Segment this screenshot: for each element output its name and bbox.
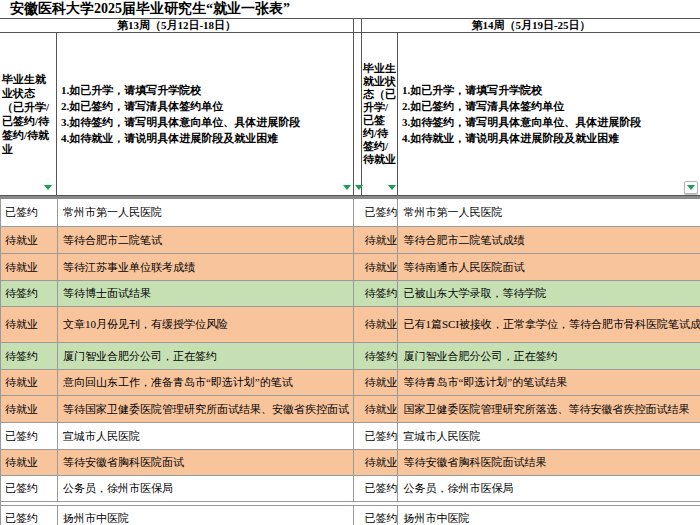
status-column-header-left[interactable]: 毕业生就业状态（已升学/已签约/待签约/待就业 bbox=[0, 33, 57, 195]
table-row: 已签约常州市第一人民医院已签约常州市第一人民医院 bbox=[1, 199, 700, 227]
table-row: 已签约宣城市人民医院已签约宣城市人民医院 bbox=[1, 423, 700, 450]
detail-cell-left[interactable]: 公务员，徐州市医保局 bbox=[58, 476, 355, 501]
table-row: 待签约等待博士面试结果待签约已被山东大学录取，等待学院 bbox=[1, 281, 700, 307]
title-row: 安徽医科大学2025届毕业研究生“就业一张表” bbox=[0, 0, 700, 19]
instructions-cell-right[interactable]: 1.如已升学，请填写升学院校 2.如已签约，请写清具体签约单位 3.如待签约，请… bbox=[398, 33, 700, 195]
status-cell-right[interactable]: 待就业 bbox=[354, 396, 398, 422]
table-row: 待就业等待国家卫健委医院管理研究所面试结果、安徽省疾控面试待就业国家卫健委医院管… bbox=[1, 396, 700, 423]
status-cell-left[interactable]: 待签约 bbox=[1, 343, 58, 369]
detail-cell-left[interactable]: 扬州市中医院 bbox=[58, 506, 355, 525]
table-row: 待就业等待合肥市二院笔试待就业等待合肥市二院笔试成绩 bbox=[1, 227, 700, 254]
detail-cell-left[interactable]: 厦门智业合肥分公司，正在签约 bbox=[58, 343, 355, 369]
spreadsheet: 安徽医科大学2025届毕业研究生“就业一张表” 第13周（5月12日-18日） … bbox=[0, 0, 700, 525]
status-cell-left[interactable]: 待就业 bbox=[1, 307, 58, 342]
detail-cell-left[interactable]: 等待合肥市二院笔试 bbox=[58, 227, 355, 253]
detail-cell-right[interactable]: 已被山东大学录取，等待学院 bbox=[398, 281, 700, 306]
status-cell-left[interactable]: 待就业 bbox=[1, 254, 58, 280]
table-row: 待签约厦门智业合肥分公司，正在签约待签约厦门智业合肥分公司，正在签约 bbox=[1, 343, 700, 370]
detail-cell-left[interactable]: 等待国家卫健委医院管理研究所面试结果、安徽省疾控面试 bbox=[58, 396, 355, 422]
table-row: 待就业意向回山东工作，准备青岛市“即选计划”的笔试待就业等待青岛市“即选计划”的… bbox=[1, 370, 700, 396]
detail-cell-left[interactable]: 意向回山东工作，准备青岛市“即选计划”的笔试 bbox=[58, 370, 355, 395]
page-title: 安徽医科大学2025届毕业研究生“就业一张表” bbox=[0, 0, 290, 18]
instructions-cell-left[interactable]: 1.如已升学，请填写升学院校 2.如已签约，请写清具体签约单位 3.如待签约，请… bbox=[57, 33, 354, 195]
status-cell-right[interactable]: 已签约 bbox=[354, 506, 398, 525]
status-cell-right[interactable]: 已签约 bbox=[354, 476, 398, 501]
filter-dropdown-icon[interactable] bbox=[388, 185, 396, 190]
detail-cell-right[interactable]: 宣城市人民医院 bbox=[398, 423, 700, 449]
status-cell-right[interactable]: 待签约 bbox=[354, 281, 398, 306]
detail-cell-right[interactable]: 厦门智业合肥分公司，正在签约 bbox=[398, 343, 700, 369]
filter-dropdown-icon bbox=[687, 185, 695, 190]
detail-cell-left[interactable]: 常州市第一人民医院 bbox=[58, 199, 355, 226]
detail-cell-right[interactable]: 扬州市中医院 bbox=[398, 506, 700, 525]
detail-cell-right[interactable]: 公务员，徐州市医保局 bbox=[398, 476, 700, 501]
week-header-left[interactable]: 第13周（5月12日-18日） bbox=[0, 19, 354, 32]
status-cell-right[interactable]: 待就业 bbox=[354, 254, 398, 280]
detail-cell-left[interactable]: 等待博士面试结果 bbox=[58, 281, 355, 306]
status-cell-left[interactable]: 待就业 bbox=[1, 396, 58, 422]
week-header-right[interactable]: 第14周（5月19日-25日） bbox=[362, 19, 700, 32]
table-row: 待就业文章10月份见刊，有缓授学位风险待就业已有1篇SCI被接收，正常拿学位，等… bbox=[1, 307, 700, 343]
data-grid: 已签约常州市第一人民医院已签约常州市第一人民医院待就业等待合肥市二院笔试待就业等… bbox=[0, 199, 700, 525]
status-cell-left[interactable]: 待签约 bbox=[1, 281, 58, 306]
table-row: 已签约扬州市中医院已签约扬州市中医院 bbox=[1, 506, 700, 525]
table-row: 已签约公务员，徐州市医保局已签约公务员，徐州市医保局 bbox=[1, 476, 700, 502]
status-cell-left[interactable]: 待就业 bbox=[1, 370, 58, 395]
status-cell-right[interactable]: 待就业 bbox=[354, 227, 398, 253]
filter-dropdown-icon[interactable] bbox=[355, 185, 363, 190]
status-cell-right[interactable]: 已签约 bbox=[354, 423, 398, 449]
status-cell-right[interactable]: 待签约 bbox=[354, 343, 398, 369]
detail-cell-right[interactable]: 国家卫健委医院管理研究所落选、等待安徽省疾控面试结果 bbox=[398, 396, 700, 422]
status-column-header-right[interactable]: 毕业生就业状态（已升学/已签约/待签约/待就业 bbox=[362, 33, 398, 195]
detail-cell-right[interactable]: 已有1篇SCI被接收，正常拿学位，等待合肥市骨科医院笔试成绩 bbox=[398, 307, 700, 342]
status-cell-left[interactable]: 已签约 bbox=[1, 506, 58, 525]
detail-cell-right[interactable]: 等待合肥市二院笔试成绩 bbox=[398, 227, 700, 253]
detail-cell-right[interactable]: 等待安徽省胸科医院面试结果 bbox=[398, 450, 700, 475]
status-cell-right[interactable]: 待就业 bbox=[354, 370, 398, 395]
status-cell-right[interactable]: 待就业 bbox=[354, 307, 398, 342]
week-spacer-cell bbox=[354, 19, 362, 32]
detail-cell-right[interactable]: 常州市第一人民医院 bbox=[398, 199, 700, 226]
detail-cell-left[interactable]: 宣城市人民医院 bbox=[58, 423, 355, 449]
spacer-column-cell bbox=[354, 33, 362, 195]
detail-cell-left[interactable]: 文章10月份见刊，有缓授学位风险 bbox=[58, 307, 355, 342]
table-row: 待就业等待安徽省胸科医院面试待就业等待安徽省胸科医院面试结果 bbox=[1, 450, 700, 476]
detail-cell-right[interactable]: 等待青岛市“即选计划”的笔试结果 bbox=[398, 370, 700, 395]
status-cell-left[interactable]: 待就业 bbox=[1, 450, 58, 475]
status-cell-left[interactable]: 已签约 bbox=[1, 423, 58, 449]
status-cell-left[interactable]: 已签约 bbox=[1, 199, 58, 226]
filter-dropdown-icon[interactable] bbox=[343, 185, 351, 190]
filter-dropdown-icon[interactable] bbox=[44, 185, 52, 190]
detail-cell-right[interactable]: 等待南通市人民医院面试 bbox=[398, 254, 700, 280]
detail-cell-left[interactable]: 等待安徽省胸科医院面试 bbox=[58, 450, 355, 475]
status-cell-left[interactable]: 已签约 bbox=[1, 476, 58, 501]
table-row: 待就业等待江苏事业单位联考成绩待就业等待南通市人民医院面试 bbox=[1, 254, 700, 281]
column-header-band: 毕业生就业状态（已升学/已签约/待签约/待就业 1.如已升学，请填写升学院校 2… bbox=[0, 33, 700, 196]
status-cell-left[interactable]: 待就业 bbox=[1, 227, 58, 253]
status-cell-right[interactable]: 待就业 bbox=[354, 450, 398, 475]
status-cell-right[interactable]: 已签约 bbox=[354, 199, 398, 226]
week-header-row: 第13周（5月12日-18日） 第14周（5月19日-25日） bbox=[0, 19, 700, 33]
filter-dropdown-button[interactable] bbox=[684, 181, 698, 194]
detail-cell-left[interactable]: 等待江苏事业单位联考成绩 bbox=[58, 254, 355, 280]
